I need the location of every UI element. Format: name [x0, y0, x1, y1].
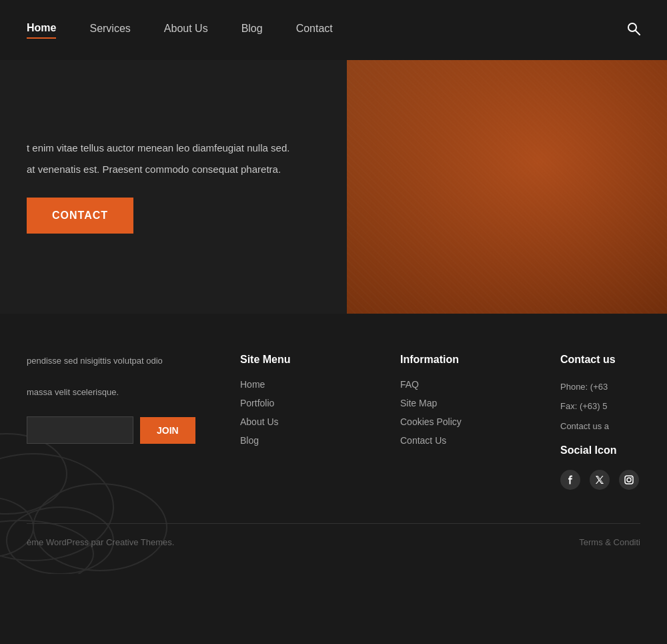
- social-icons-container: [560, 470, 640, 490]
- header: Home Services About Us Blog Contact: [0, 0, 667, 60]
- nav-item-about[interactable]: About Us: [164, 23, 208, 38]
- footer-desc-1: pendisse sed nisigittis volutpat odio: [27, 354, 213, 368]
- hero-image: [347, 60, 667, 314]
- footer-newsletter-col: pendisse sed nisigittis volutpat odio ma…: [27, 354, 213, 490]
- contact-phone: Phone: (+63: [560, 379, 640, 394]
- contact-button[interactable]: CONTACT: [27, 198, 133, 234]
- terms-link[interactable]: Terms & Conditi: [579, 537, 640, 547]
- svg-rect-8: [625, 476, 633, 484]
- twitter-x-icon[interactable]: [590, 470, 610, 490]
- information-title: Information: [400, 354, 534, 366]
- copyright-text: ème WordPress par Creative Themes.: [27, 537, 174, 547]
- svg-point-9: [627, 478, 631, 482]
- nav-item-services[interactable]: Services: [89, 23, 130, 38]
- svg-point-0: [628, 23, 636, 31]
- hero-text-2: at venenatis est. Praesent commodo conse…: [27, 162, 289, 178]
- hero-image-inner: [347, 60, 667, 314]
- info-cookies[interactable]: Cookies Policy: [400, 416, 534, 427]
- nav-item-home[interactable]: Home: [27, 22, 56, 39]
- contact-email: Contact us a: [560, 418, 640, 434]
- contact-fax: Fax: (+63) 5: [560, 398, 640, 414]
- footer-grid: pendisse sed nisigittis volutpat odio ma…: [27, 354, 640, 490]
- footer-information-col: Information FAQ Site Map Cookies Policy …: [400, 354, 534, 490]
- header-right: [627, 22, 640, 39]
- newsletter-form: JOIN: [27, 416, 213, 444]
- newsletter-input[interactable]: [27, 416, 133, 444]
- search-button[interactable]: [627, 22, 640, 39]
- contact-us-title: Contact us: [560, 354, 640, 366]
- main-nav: Home Services About Us Blog Contact: [27, 22, 333, 39]
- footer-site-menu-col: Site Menu Home Portfolio About Us Blog: [240, 354, 374, 490]
- site-menu-home[interactable]: Home: [240, 379, 374, 390]
- hero-section: t enim vitae tellus auctor menean leo di…: [0, 60, 667, 314]
- svg-line-1: [636, 31, 640, 35]
- site-menu-portfolio[interactable]: Portfolio: [240, 398, 374, 408]
- footer-bottom: ème WordPress par Creative Themes. Terms…: [27, 523, 640, 547]
- site-menu-about[interactable]: About Us: [240, 416, 374, 427]
- join-button[interactable]: JOIN: [140, 417, 195, 444]
- hero-content: t enim vitae tellus auctor menean leo di…: [0, 100, 316, 274]
- instagram-icon[interactable]: [619, 470, 639, 490]
- footer-desc-2: massa velit scelerisque.: [27, 385, 213, 400]
- footer: pendisse sed nisigittis volutpat odio ma…: [0, 314, 667, 574]
- facebook-icon[interactable]: [560, 470, 580, 490]
- svg-point-10: [631, 477, 632, 478]
- social-icons-title: Social Icon: [560, 444, 640, 456]
- footer-contact-col: Contact us Phone: (+63 Fax: (+63) 5 Cont…: [560, 354, 640, 490]
- info-sitemap[interactable]: Site Map: [400, 398, 534, 408]
- nav-item-contact[interactable]: Contact: [296, 23, 333, 38]
- info-contact[interactable]: Contact Us: [400, 435, 534, 446]
- nav-item-blog[interactable]: Blog: [241, 23, 263, 38]
- info-faq[interactable]: FAQ: [400, 379, 534, 390]
- site-menu-title: Site Menu: [240, 354, 374, 366]
- site-menu-blog[interactable]: Blog: [240, 435, 374, 446]
- hero-text-1: t enim vitae tellus auctor menean leo di…: [27, 140, 289, 156]
